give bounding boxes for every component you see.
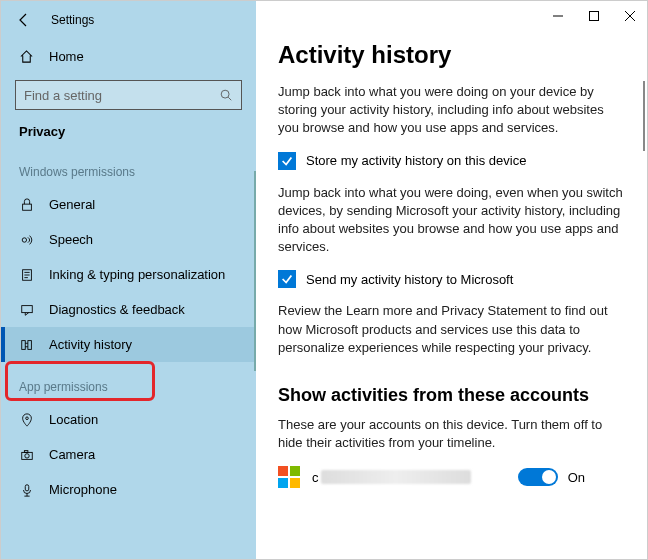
nav-label: Diagnostics & feedback	[49, 302, 185, 317]
svg-point-0	[221, 90, 229, 98]
privacy-statement-text: Review the Learn more and Privacy Statem…	[278, 302, 625, 357]
intro-text-2: Jump back into what you were doing, even…	[278, 184, 625, 257]
nav-diagnostics[interactable]: Diagnostics & feedback	[1, 292, 256, 327]
microsoft-logo-icon	[278, 466, 300, 488]
back-button[interactable]	[15, 11, 33, 29]
svg-line-1	[228, 97, 231, 100]
nav-home-label: Home	[49, 49, 84, 64]
svg-rect-16	[24, 450, 28, 452]
group-windows-permissions: Windows permissions	[1, 147, 256, 187]
checkbox-store-history[interactable]: Store my activity history on this device	[278, 152, 625, 170]
nav-camera[interactable]: Camera	[1, 437, 256, 472]
account-prefix: c	[312, 470, 319, 485]
toggle-label: On	[568, 470, 585, 485]
accounts-text: These are your accounts on this device. …	[278, 416, 625, 452]
nav-general[interactable]: General	[1, 187, 256, 222]
group-app-permissions: App permissions	[1, 362, 256, 402]
account-email-blurred	[321, 470, 471, 484]
svg-rect-2	[23, 204, 32, 210]
speech-icon	[19, 233, 35, 247]
account-row: c On	[278, 466, 625, 488]
nav-speech[interactable]: Speech	[1, 222, 256, 257]
svg-point-15	[25, 453, 29, 457]
checkbox-label: Store my activity history on this device	[306, 153, 526, 168]
nav-microphone[interactable]: Microphone	[1, 472, 256, 507]
svg-rect-10	[28, 340, 32, 349]
feedback-icon	[19, 303, 35, 317]
checkbox-send-microsoft[interactable]: Send my activity history to Microsoft	[278, 270, 625, 288]
nav-label: Speech	[49, 232, 93, 247]
maximize-button[interactable]	[587, 9, 601, 23]
location-icon	[19, 413, 35, 427]
checkbox-label: Send my activity history to Microsoft	[306, 272, 513, 287]
section-privacy: Privacy	[1, 120, 256, 147]
search-icon	[219, 88, 233, 102]
account-toggle[interactable]	[518, 468, 558, 486]
search-input-wrap[interactable]	[15, 80, 242, 110]
svg-rect-19	[590, 12, 599, 21]
nav-activity-history[interactable]: Activity history	[1, 327, 256, 362]
nav-label: Camera	[49, 447, 95, 462]
main-scrollbar[interactable]	[643, 81, 645, 151]
svg-point-13	[26, 416, 29, 419]
nav-label: Location	[49, 412, 98, 427]
svg-rect-8	[22, 305, 33, 312]
nav-home[interactable]: Home	[1, 41, 256, 72]
intro-text-1: Jump back into what you were doing on yo…	[278, 83, 625, 138]
nav-label: Microphone	[49, 482, 117, 497]
minimize-button[interactable]	[551, 9, 565, 23]
svg-rect-17	[25, 484, 29, 490]
checkbox-icon	[278, 152, 296, 170]
main-content: Activity history Jump back into what you…	[256, 1, 647, 559]
sidebar: Settings Home Privacy Windows permission…	[1, 1, 256, 559]
svg-point-3	[22, 237, 26, 241]
accounts-subtitle: Show activities from these accounts	[278, 385, 625, 406]
activity-icon	[19, 338, 35, 352]
search-input[interactable]	[24, 88, 219, 103]
nav-inking[interactable]: Inking & typing personalization	[1, 257, 256, 292]
lock-icon	[19, 198, 35, 212]
app-title: Settings	[51, 13, 94, 27]
svg-rect-9	[22, 340, 26, 349]
nav-location[interactable]: Location	[1, 402, 256, 437]
camera-icon	[19, 448, 35, 462]
nav-label: Activity history	[49, 337, 132, 352]
close-button[interactable]	[623, 9, 637, 23]
checkbox-icon	[278, 270, 296, 288]
home-icon	[19, 49, 35, 64]
page-title: Activity history	[278, 41, 625, 69]
clipboard-icon	[19, 268, 35, 282]
nav-label: General	[49, 197, 95, 212]
microphone-icon	[19, 483, 35, 497]
nav-label: Inking & typing personalization	[49, 267, 225, 282]
